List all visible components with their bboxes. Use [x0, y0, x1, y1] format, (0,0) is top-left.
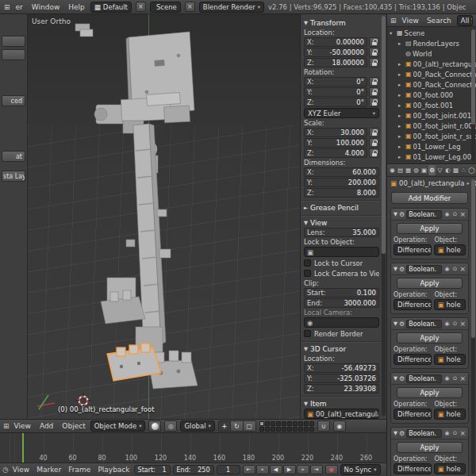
- render-engine-dropdown[interactable]: Blender Render ▾: [199, 2, 264, 13]
- scrollbar[interactable]: [471, 179, 475, 474]
- modifier-name-field[interactable]: Boolean.: [406, 429, 442, 438]
- checkbox[interactable]: [304, 259, 311, 267]
- display-mode-dropdown[interactable]: All Sce: [457, 15, 473, 26]
- expand-arrow-icon[interactable]: ▸: [398, 102, 404, 109]
- modifier-name-field[interactable]: Boolean.: [406, 320, 442, 328]
- menu-item[interactable]: View: [13, 422, 33, 430]
- object-data-tab[interactable]: ▽: [436, 165, 443, 175]
- unlink-scene-button[interactable]: ×: [185, 2, 195, 12]
- outliner-item[interactable]: ▸ ▣ 00_foot.001: [387, 100, 476, 110]
- scrollbar-thumb[interactable]: [471, 179, 475, 338]
- viewport-visibility-toggle[interactable]: ⊙: [451, 375, 458, 382]
- menu-item[interactable]: Marker: [35, 466, 63, 474]
- menu-item[interactable]: Object: [60, 422, 86, 430]
- modifier-name-field[interactable]: Boolean.: [406, 210, 442, 219]
- lock-icon[interactable]: [369, 128, 379, 137]
- render-opengl-button[interactable]: ◉: [333, 420, 346, 432]
- scrollbar-thumb[interactable]: [471, 29, 475, 125]
- start-frame-field[interactable]: Start: 1: [134, 465, 171, 474]
- viewport-shading-button[interactable]: [148, 420, 161, 432]
- prev-keyframe-button[interactable]: «: [256, 465, 269, 474]
- screen-layout-dropdown[interactable]: ▦ Default: [90, 2, 132, 13]
- apply-modifier-button[interactable]: Apply: [397, 387, 463, 398]
- viewport-visibility-toggle[interactable]: ⊙: [451, 211, 458, 217]
- clip-end-field[interactable]: End: 3000.000: [304, 298, 379, 308]
- outliner-item[interactable]: ▸ ▣ 01_Lower_Leg.001: [387, 152, 476, 162]
- viewport-visibility-toggle[interactable]: ⊙: [451, 266, 458, 272]
- number-field[interactable]: Y: 100.000: [304, 138, 367, 148]
- object-field[interactable]: ▣ hole: [434, 244, 466, 255]
- menu-item[interactable]: Search: [425, 17, 453, 25]
- number-field[interactable]: Z: 8.000: [304, 188, 379, 198]
- item-name-field[interactable]: ▣ 00_(alt)_rectangular_foot: [304, 409, 379, 419]
- expand-arrow-icon[interactable]: ▼: [393, 321, 397, 327]
- expand-arrow-icon[interactable]: ▸: [398, 113, 404, 119]
- rotate-manipulator-button[interactable]: ↻: [231, 420, 244, 432]
- outliner-item[interactable]: ▸ ▣ 00_Rack_Connector.004: [387, 79, 476, 90]
- viewport-visibility-toggle[interactable]: ⊙: [451, 321, 458, 327]
- number-field[interactable]: Z: 23.39308: [304, 384, 379, 393]
- outliner-item[interactable]: ▸ ▣ 00_foot_joint_r.001: [387, 121, 476, 131]
- render-border-row[interactable]: Render Border: [304, 328, 379, 339]
- lock-icon[interactable]: [369, 37, 379, 47]
- modifier-header[interactable]: ▼ ⚙ Boolean. ◉ ⊙ ×: [391, 428, 468, 440]
- particles-tab[interactable]: ∴: [460, 165, 467, 175]
- transform-orientation-dropdown[interactable]: Global ▾: [180, 420, 214, 432]
- material-tab[interactable]: ◐: [444, 165, 451, 175]
- pivot-center-button[interactable]: ◎: [164, 420, 177, 432]
- lock-to-object-field[interactable]: ▣: [304, 247, 379, 257]
- render-visibility-toggle[interactable]: ◉: [443, 266, 450, 272]
- layers-widget[interactable]: [259, 421, 314, 432]
- number-field[interactable]: X: 0°: [304, 77, 367, 86]
- scrollbar-thumb[interactable]: [382, 16, 386, 254]
- render-tab[interactable]: ◉: [389, 165, 396, 175]
- scrollbar[interactable]: [382, 16, 386, 416]
- operation-dropdown[interactable]: Difference ▾: [393, 463, 432, 474]
- expand-arrow-icon[interactable]: ▼: [393, 211, 397, 217]
- outliner-item[interactable]: ▸ ▣ 00_Rack_Connector.003: [387, 69, 476, 79]
- rotation-mode-dropdown[interactable]: XYZ Euler ▾: [304, 108, 379, 118]
- editor-type-icon[interactable]: ⊞: [390, 17, 397, 25]
- lock-icon[interactable]: [369, 138, 379, 148]
- end-frame-field[interactable]: End: 250: [173, 465, 214, 474]
- checkbox[interactable]: [304, 330, 311, 337]
- expand-arrow-icon[interactable]: ▸: [398, 133, 404, 140]
- unlink-screen-button[interactable]: ×: [136, 2, 146, 12]
- world-tab[interactable]: ◍: [413, 165, 420, 175]
- menu-item[interactable]: er: [14, 3, 25, 11]
- menu-item[interactable]: Window: [30, 3, 62, 11]
- jump-to-start-button[interactable]: ⇤: [243, 465, 255, 474]
- menu-item[interactable]: View: [401, 17, 420, 25]
- delete-modifier-button[interactable]: ×: [459, 429, 466, 437]
- local-camera-field[interactable]: ◉: [304, 317, 379, 328]
- scale-manipulator-button[interactable]: ▢: [244, 420, 256, 432]
- number-field[interactable]: Z: 4.000: [304, 148, 367, 158]
- apply-modifier-button[interactable]: Apply: [397, 278, 463, 289]
- lock-icon[interactable]: [369, 87, 379, 97]
- apply-modifier-button[interactable]: Apply: [397, 442, 463, 453]
- transform-panel-header[interactable]: ▼ Transform: [304, 17, 379, 28]
- 3d-viewport[interactable]: User Ortho (0) 00_(alt)_rectangular_foot: [28, 14, 300, 419]
- apply-modifier-button[interactable]: Apply: [397, 223, 463, 234]
- next-keyframe-button[interactable]: »: [297, 465, 309, 474]
- 3d-model[interactable]: [28, 14, 300, 419]
- operation-dropdown[interactable]: Difference ▾: [393, 244, 432, 255]
- expand-arrow-icon[interactable]: ▸: [398, 123, 404, 129]
- modifier-header[interactable]: ▼ ⚙ Boolean. ◉ ⊙ ×: [391, 373, 468, 385]
- delete-modifier-button[interactable]: ×: [459, 320, 466, 328]
- lens-field[interactable]: Lens: 35.000: [304, 228, 379, 237]
- scene-tab[interactable]: ▦: [405, 165, 412, 175]
- lock-camera-row[interactable]: Lock Camera to View: [304, 268, 379, 278]
- expand-arrow-icon[interactable]: ▼: [393, 266, 397, 272]
- modifier-header[interactable]: ▼ ⚙ Boolean. ◉ ⊙ ×: [391, 318, 468, 330]
- operation-dropdown[interactable]: Difference ▾: [393, 409, 432, 420]
- expand-arrow-icon[interactable]: ▸: [398, 61, 404, 67]
- clip-start-field[interactable]: Start: 0.100: [304, 288, 379, 298]
- tool-shelf-button[interactable]: [2, 49, 25, 60]
- lock-to-cursor-row[interactable]: Lock to Cursor: [304, 258, 379, 268]
- render-visibility-toggle[interactable]: ◉: [443, 211, 450, 217]
- menu-item[interactable]: Frame: [67, 466, 92, 474]
- object-field[interactable]: ▣ hole: [434, 354, 466, 365]
- expand-arrow-icon[interactable]: ▸: [398, 144, 404, 150]
- lock-icon[interactable]: [369, 58, 379, 67]
